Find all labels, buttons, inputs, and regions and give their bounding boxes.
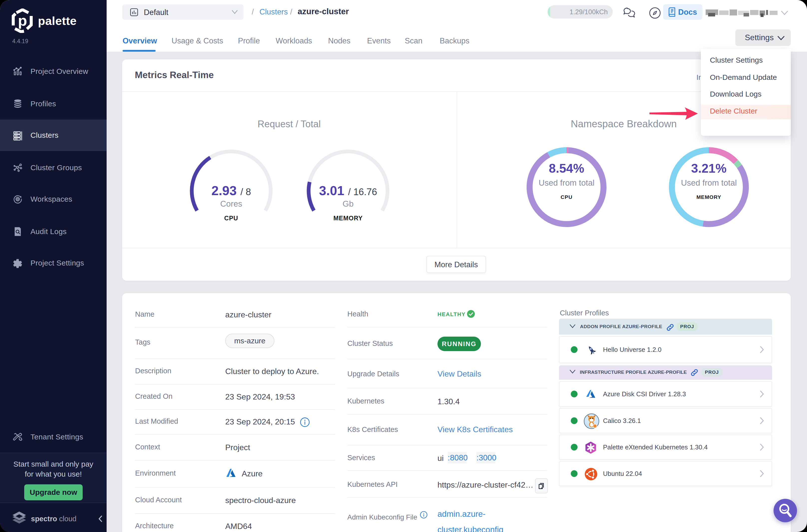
svg-text:p: p	[18, 12, 27, 29]
